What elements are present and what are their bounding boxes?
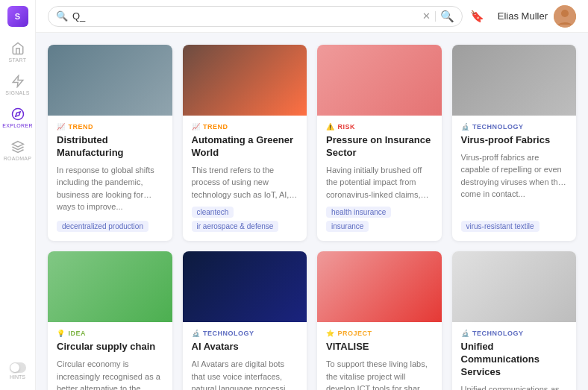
svg-marker-3 [12,142,23,148]
sidebar: S START SIGNALS EXPLORER ROADMAP HI [0,0,36,390]
card-title-unified-comms: Unified Communications Services [461,341,568,379]
tag[interactable]: virus-resistant textile [461,221,539,232]
card-pressure-insurance: ⚠️ RISK Pressure on Insurance Sector Hav… [317,45,442,241]
sidebar-label-start: START [9,57,27,63]
card-body-unified-comms: 🔬 TECHNOLOGY Unified Communications Serv… [452,322,577,390]
layers-icon [11,140,25,154]
card-desc-pressure-insurance: Having initially brushed off the potenti… [326,164,433,201]
user-name: Elias Muller [498,10,548,22]
card-desc-vitalise: To support these living labs, the vitali… [326,358,433,390]
card-tags-automating-greener-world: cleantechir aerospace & defense [192,207,298,232]
topbar-icons: 🔖 [470,10,484,23]
card-title-virus-proof-fabrics: Virus-proof Fabrics [461,134,568,147]
category-label: TECHNOLOGY [472,330,524,337]
category-icon: 📈 [57,123,66,130]
card-category-pressure-insurance: ⚠️ RISK [326,123,433,130]
bolt-icon [11,75,25,88]
card-desc-distributed-manufacturing: In response to global shifts including t… [57,164,163,216]
search-clear-icon[interactable]: ✕ [422,11,431,21]
avatar-image [554,5,576,28]
card-desc-unified-comms: Unified communications-as-a-service (UCa… [461,383,568,390]
card-tags-pressure-insurance: health insuranceinsurance [326,207,433,232]
sidebar-item-explorer[interactable]: EXPLORER [0,101,35,134]
card-body-circular-supply-chain: 💡 IDEA Circular supply chain Circular ec… [48,322,172,390]
tag[interactable]: ir aerospace & defense [192,221,279,232]
tag[interactable]: decentralized production [57,221,148,232]
card-title-ai-avatars: AI Avatars [192,341,298,353]
category-icon: 💡 [57,330,66,337]
tag[interactable]: health insurance [326,207,391,218]
search-submit-icon[interactable]: 🔍 [440,10,454,23]
sidebar-item-roadmap[interactable]: ROADMAP [0,134,35,167]
card-title-automating-greener-world: Automating a Greener World [192,134,298,160]
card-category-vitalise: ⭐ PROJECT [326,330,433,337]
bookmark-icon[interactable]: 🔖 [470,10,484,23]
topbar: 🔍 ✕ 🔍 🔖 Elias Muller [36,0,588,33]
category-label: TREND [69,123,94,130]
card-category-ai-avatars: 🔬 TECHNOLOGY [192,330,298,337]
sidebar-item-start[interactable]: START [0,36,35,69]
svg-marker-0 [13,76,23,87]
category-label: RISK [338,123,356,130]
user-info: Elias Muller [498,5,576,28]
sidebar-bottom: HINTS [5,358,31,384]
content-area: 📈 TREND Distributed Manufacturing In res… [36,33,588,390]
sidebar-label-explorer: EXPLORER [2,123,33,128]
card-image-ai-avatars [183,251,307,322]
app-logo: S [7,6,28,27]
hints-toggle [10,362,26,373]
card-category-automating-greener-world: 📈 TREND [192,123,298,130]
card-title-vitalise: VITALISE [326,341,433,353]
tag[interactable]: cleantech [192,207,234,218]
category-icon: 📈 [192,123,201,130]
category-label: TECHNOLOGY [472,123,524,130]
compass-icon [11,107,25,121]
card-title-circular-supply-chain: Circular supply chain [57,341,163,353]
category-icon: 🔬 [192,330,201,337]
card-automating-greener-world: 📈 TREND Automating a Greener World This … [183,45,307,241]
card-unified-comms: 🔬 TECHNOLOGY Unified Communications Serv… [452,251,577,390]
cards-grid: 📈 TREND Distributed Manufacturing In res… [48,45,576,390]
main-area: 🔍 ✕ 🔍 🔖 Elias Muller [36,0,588,390]
card-body-virus-proof-fabrics: 🔬 TECHNOLOGY Virus-proof Fabrics Virus-p… [452,116,577,241]
tag[interactable]: insurance [326,221,369,232]
category-label: TREND [203,123,228,130]
card-desc-virus-proof-fabrics: Virus-proff fabrics are capable of repel… [461,151,568,215]
card-circular-supply-chain: 💡 IDEA Circular supply chain Circular ec… [48,251,172,390]
svg-point-5 [561,10,569,17]
svg-point-1 [12,109,23,120]
category-icon: ⭐ [326,330,335,337]
search-divider [435,11,436,22]
card-desc-circular-supply-chain: Circular economy is increasingly recogni… [57,358,163,390]
hints-button[interactable]: HINTS [5,358,31,384]
sidebar-label-roadmap: ROADMAP [4,156,32,161]
card-image-vitalise [317,251,442,322]
card-tags-virus-proof-fabrics: virus-resistant textile [461,221,568,232]
category-label: PROJECT [338,330,372,337]
search-container[interactable]: 🔍 ✕ 🔍 [48,6,463,27]
search-actions: ✕ 🔍 [422,10,454,23]
card-virus-proof-fabrics: 🔬 TECHNOLOGY Virus-proof Fabrics Virus-p… [452,45,577,241]
card-body-ai-avatars: 🔬 TECHNOLOGY AI Avatars AI Avatars are d… [183,322,307,390]
card-ai-avatars: 🔬 TECHNOLOGY AI Avatars AI Avatars are d… [183,251,307,390]
card-image-distributed-manufacturing [48,45,172,116]
card-tags-distributed-manufacturing: decentralized production [57,221,163,232]
svg-marker-2 [15,112,19,116]
hints-label: HINTS [10,374,25,380]
card-body-vitalise: ⭐ PROJECT VITALISE To support these livi… [317,322,442,390]
card-category-unified-comms: 🔬 TECHNOLOGY [461,330,568,337]
card-title-distributed-manufacturing: Distributed Manufacturing [57,134,163,160]
card-image-unified-comms [452,251,577,322]
card-image-automating-greener-world [183,45,307,116]
search-input[interactable] [72,10,418,22]
card-image-pressure-insurance [317,45,442,116]
card-vitalise: ⭐ PROJECT VITALISE To support these livi… [317,251,442,390]
user-avatar[interactable] [554,5,576,28]
card-body-automating-greener-world: 📈 TREND Automating a Greener World This … [183,116,307,241]
card-title-pressure-insurance: Pressure on Insurance Sector [326,134,433,160]
category-icon: ⚠️ [326,123,335,130]
card-image-circular-supply-chain [48,251,172,322]
category-label: IDEA [69,330,87,337]
sidebar-label-signals: SIGNALS [5,90,29,95]
sidebar-item-signals[interactable]: SIGNALS [0,69,35,101]
